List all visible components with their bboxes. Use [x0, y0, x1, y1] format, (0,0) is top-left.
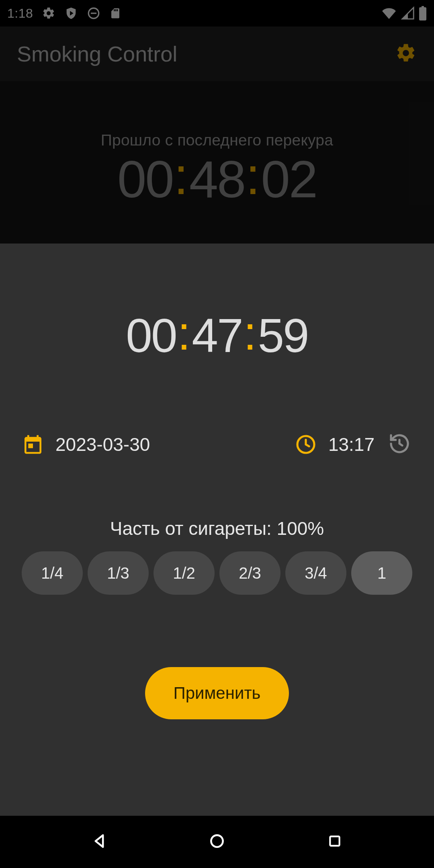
colon-icon: :: [173, 150, 189, 202]
recent-apps-button[interactable]: [319, 826, 351, 858]
date-value: 2023-03-30: [55, 434, 150, 455]
status-bar: 1:18: [0, 0, 434, 27]
svg-rect-4: [330, 836, 340, 845]
elapsed-seconds: 02: [261, 153, 317, 205]
square-recent-icon: [327, 833, 343, 851]
elapsed-hours: 00: [117, 153, 173, 205]
wifi-icon: [381, 6, 397, 20]
time-value: 13:17: [328, 434, 375, 455]
fraction-option-1-4[interactable]: 1/4: [22, 551, 83, 595]
fraction-option-3-4[interactable]: 3/4: [285, 551, 346, 595]
fraction-option-1-2[interactable]: 1/2: [154, 551, 215, 595]
countdown-hours: 00: [126, 312, 176, 359]
datetime-row: 2023-03-30 13:17: [22, 432, 412, 457]
clock-icon: [295, 433, 317, 456]
back-button[interactable]: [83, 826, 115, 858]
play-protect-icon: [64, 6, 78, 20]
apply-button[interactable]: Применить: [145, 667, 289, 719]
settings-button[interactable]: [395, 43, 417, 65]
status-time: 1:18: [7, 6, 33, 21]
elapsed-panel: Прошло с последнего перекура 00 : 48 : 0…: [0, 81, 434, 244]
colon-icon: :: [242, 309, 258, 357]
fraction-option-1[interactable]: 1: [351, 551, 412, 595]
reset-time-button[interactable]: [387, 432, 412, 457]
fraction-label: Часть от сигареты: 100%: [22, 518, 412, 539]
android-nav-bar: [0, 816, 434, 868]
history-icon: [388, 432, 411, 457]
log-smoke-dialog: 00 : 47 : 59 2023-03-30 13:17 Часть от с…: [0, 244, 434, 816]
gear-icon: [395, 42, 417, 66]
elapsed-timer: 00 : 48 : 02: [117, 153, 317, 205]
sd-card-icon: [109, 6, 121, 20]
circle-home-icon: [208, 832, 226, 852]
elapsed-minutes: 48: [189, 153, 245, 205]
status-bar-right: [381, 6, 427, 20]
app-title: Smoking Control: [17, 41, 177, 66]
do-not-disturb-icon: [87, 6, 100, 20]
cell-signal-icon: [401, 6, 415, 20]
triangle-back-icon: [90, 832, 108, 852]
fraction-option-1-3[interactable]: 1/3: [88, 551, 149, 595]
home-button[interactable]: [201, 826, 233, 858]
svg-point-3: [211, 835, 223, 847]
gear-icon: [42, 6, 55, 20]
date-picker[interactable]: 2023-03-30: [22, 433, 283, 456]
countdown-timer: 00 : 47 : 59: [126, 312, 308, 359]
calendar-icon: [22, 433, 44, 456]
status-bar-left: 1:18: [7, 6, 121, 21]
app-bar: Smoking Control: [0, 27, 434, 81]
countdown-minutes: 47: [192, 312, 242, 359]
fraction-segmented-control: 1/41/31/22/33/41: [22, 551, 412, 595]
elapsed-label: Прошло с последнего перекура: [101, 131, 333, 149]
time-picker[interactable]: 13:17: [295, 433, 375, 456]
countdown-seconds: 59: [258, 312, 308, 359]
colon-icon: :: [245, 150, 261, 202]
fraction-option-2-3[interactable]: 2/3: [219, 551, 280, 595]
battery-icon: [419, 6, 427, 20]
colon-icon: :: [176, 309, 192, 357]
